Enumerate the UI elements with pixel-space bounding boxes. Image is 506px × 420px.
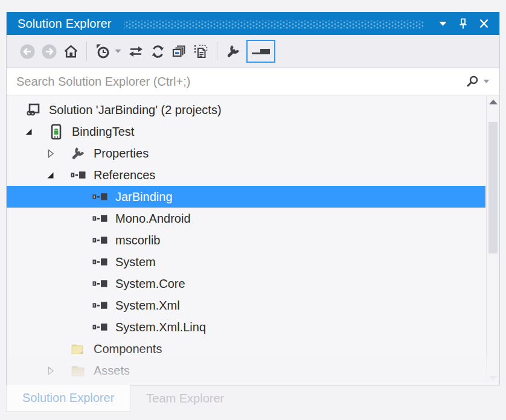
tab-label: Solution Explorer (22, 391, 114, 405)
magnifier-icon (466, 75, 479, 88)
panel-tab-strip: Solution Explorer Team Explorer (6, 385, 500, 411)
tree-item[interactable]: System.Xml.Linq (7, 316, 485, 338)
reference-icon (91, 319, 108, 336)
tree-item-label: Components (94, 342, 162, 356)
tree-item[interactable]: mscorlib (7, 229, 485, 251)
titlebar: Solution Explorer (7, 12, 499, 35)
sync-with-active-document-icon[interactable] (125, 40, 147, 63)
expander-collapsed-icon[interactable] (44, 147, 56, 159)
tree-item[interactable]: JarBinding (7, 186, 485, 208)
close-icon[interactable] (475, 16, 492, 31)
components-folder-icon (69, 340, 86, 357)
android-project-icon (48, 123, 65, 140)
home-icon[interactable] (60, 40, 82, 63)
tree-item-label: JarBinding (115, 190, 173, 204)
tree-item-label: System.Core (115, 277, 185, 291)
show-all-files-icon[interactable] (190, 40, 212, 63)
tree-item[interactable]: Mono.Android (7, 208, 485, 229)
history-dropdown-icon[interactable] (115, 49, 121, 54)
search-bar (7, 68, 499, 95)
toolbar (7, 35, 499, 68)
panel-title: Solution Explorer (18, 17, 112, 31)
reference-icon (91, 210, 108, 227)
tree-item-label: Solution 'JarBinding' (2 projects) (49, 103, 222, 117)
reference-icon (91, 232, 108, 249)
back-icon[interactable] (16, 40, 38, 63)
titlebar-grip-dots[interactable] (124, 21, 423, 29)
tree-item-label: System (115, 255, 156, 269)
properties-wrench-icon (69, 145, 86, 162)
toolbar-separator (217, 42, 217, 61)
window-menu-chevron-icon[interactable] (434, 16, 451, 31)
history-icon[interactable] (92, 40, 114, 63)
tree-item[interactable]: Solution 'JarBinding' (2 projects) (7, 99, 485, 121)
tab-solution-explorer[interactable]: Solution Explorer (6, 385, 130, 412)
tree-item[interactable]: System (7, 251, 485, 273)
search-button[interactable] (462, 75, 493, 88)
solution-explorer-panel: Solution Explorer (6, 12, 500, 385)
properties-wrench-icon[interactable] (222, 40, 244, 63)
toolbar-separator (86, 42, 87, 61)
solution-icon (25, 101, 42, 118)
expander-collapsed-icon[interactable] (44, 364, 56, 377)
reference-icon (91, 188, 108, 205)
refresh-icon[interactable] (147, 40, 168, 63)
tree-item[interactable]: BindingTest (7, 121, 485, 142)
tab-team-explorer[interactable]: Team Explorer (130, 386, 240, 411)
vertical-scrollbar[interactable] (486, 95, 499, 385)
tree-item-label: References (94, 168, 155, 182)
scrollbar-thumb[interactable] (488, 122, 498, 253)
tree-item-label: System.Xml.Linq (115, 320, 206, 334)
tree-item-label: mscorlib (115, 234, 160, 247)
tab-label: Team Explorer (146, 392, 224, 406)
tree-item[interactable]: Components (7, 338, 485, 360)
assets-folder-icon (69, 362, 86, 379)
search-input[interactable] (15, 69, 462, 94)
references-icon (69, 167, 86, 183)
scroll-up-arrow-icon[interactable] (487, 95, 499, 109)
expander-expanded-icon[interactable] (44, 169, 56, 181)
reference-icon (91, 253, 108, 270)
reference-icon (91, 297, 108, 314)
tree-item[interactable]: References (7, 164, 485, 186)
tree-item-label: Assets (94, 364, 130, 378)
tree-item-label: System.Xml (115, 299, 180, 313)
search-dropdown-icon (483, 79, 490, 84)
tree-item[interactable]: Assets (7, 360, 485, 381)
forward-icon[interactable] (38, 40, 60, 63)
expander-spacer (44, 343, 56, 355)
preview-selected-items-button[interactable] (246, 40, 275, 63)
expander-expanded-icon[interactable] (22, 126, 34, 138)
collapse-all-icon[interactable] (168, 40, 190, 63)
reference-icon (91, 275, 108, 292)
tree-item[interactable]: System.Core (7, 273, 485, 294)
tree-item-label: Mono.Android (115, 212, 191, 226)
pin-icon[interactable] (455, 16, 472, 31)
tree-item-label: Properties (94, 147, 149, 161)
preview-selected-items-icon (252, 48, 270, 54)
tree-item[interactable]: Properties (7, 142, 485, 164)
scroll-down-arrow-icon[interactable] (487, 372, 499, 385)
solution-tree: Solution 'JarBinding' (2 projects) Bindi… (7, 95, 499, 385)
tree-item-label: BindingTest (72, 125, 134, 139)
tree-item[interactable]: System.Xml (7, 294, 485, 316)
